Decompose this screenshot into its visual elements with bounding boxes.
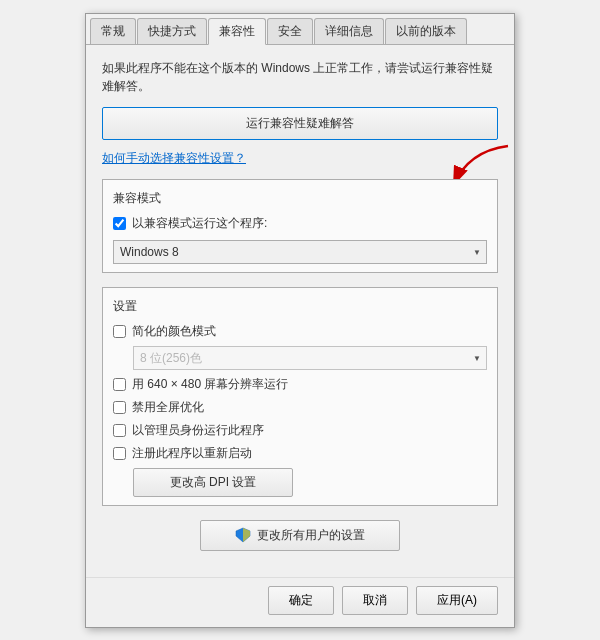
run-troubleshooter-button[interactable]: 运行兼容性疑难解答: [102, 107, 498, 140]
compat-mode-box: 兼容模式 以兼容模式运行这个程序: Windows 8 Windows 7 Wi…: [102, 179, 498, 273]
color-dropdown-wrapper: 8 位(256)色 16 位(高彩色): [133, 346, 487, 370]
tab-details[interactable]: 详细信息: [314, 18, 384, 44]
tab-bar: 常规 快捷方式 兼容性 安全 详细信息 以前的版本: [86, 14, 514, 45]
resolution-checkbox[interactable]: [113, 378, 126, 391]
dpi-settings-button[interactable]: 更改高 DPI 设置: [133, 468, 293, 497]
tab-security[interactable]: 安全: [267, 18, 313, 44]
tab-shortcut[interactable]: 快捷方式: [137, 18, 207, 44]
tab-previous-versions[interactable]: 以前的版本: [385, 18, 467, 44]
shield-icon: [235, 527, 251, 543]
restart-checkbox[interactable]: [113, 447, 126, 460]
svg-marker-2: [243, 528, 250, 542]
setting-row-restart: 注册此程序以重新启动: [113, 445, 487, 462]
color-dropdown-row: 8 位(256)色 16 位(高彩色): [133, 346, 487, 370]
dialog-footer: 确定 取消 应用(A): [86, 577, 514, 627]
setting-row-admin: 以管理员身份运行此程序: [113, 422, 487, 439]
tab-general[interactable]: 常规: [90, 18, 136, 44]
color-mode-checkbox[interactable]: [113, 325, 126, 338]
resolution-label: 用 640 × 480 屏幕分辨率运行: [132, 376, 288, 393]
compat-mode-label: 以兼容模式运行这个程序:: [132, 215, 267, 232]
tab-content: 如果此程序不能在这个版本的 Windows 上正常工作，请尝试运行兼容性疑难解答…: [86, 45, 514, 577]
fullscreen-checkbox[interactable]: [113, 401, 126, 414]
setting-row-color: 简化的颜色模式: [113, 323, 487, 340]
compat-mode-checkbox[interactable]: [113, 217, 126, 230]
compat-mode-dropdown[interactable]: Windows 8 Windows 7 Windows Vista (SP2) …: [113, 240, 487, 264]
admin-checkbox[interactable]: [113, 424, 126, 437]
setting-row-fullscreen: 禁用全屏优化: [113, 399, 487, 416]
compat-dropdown-wrapper: Windows 8 Windows 7 Windows Vista (SP2) …: [113, 240, 487, 264]
description-text: 如果此程序不能在这个版本的 Windows 上正常工作，请尝试运行兼容性疑难解答…: [102, 59, 498, 95]
color-mode-label: 简化的颜色模式: [132, 323, 216, 340]
restart-label: 注册此程序以重新启动: [132, 445, 252, 462]
tab-compatibility[interactable]: 兼容性: [208, 18, 266, 45]
setting-row-resolution: 用 640 × 480 屏幕分辨率运行: [113, 376, 487, 393]
cancel-button[interactable]: 取消: [342, 586, 408, 615]
apply-button[interactable]: 应用(A): [416, 586, 498, 615]
how-to-link[interactable]: 如何手动选择兼容性设置？: [102, 150, 246, 167]
dialog-window: 常规 快捷方式 兼容性 安全 详细信息 以前的版本 如果此程序不能在这个版本的 …: [85, 13, 515, 628]
all-users-label: 更改所有用户的设置: [257, 527, 365, 544]
ok-button[interactable]: 确定: [268, 586, 334, 615]
compat-checkbox-row: 以兼容模式运行这个程序:: [113, 215, 487, 232]
fullscreen-label: 禁用全屏优化: [132, 399, 204, 416]
color-depth-dropdown[interactable]: 8 位(256)色 16 位(高彩色): [133, 346, 487, 370]
compat-mode-title: 兼容模式: [113, 190, 487, 207]
settings-title: 设置: [113, 298, 487, 315]
all-users-button[interactable]: 更改所有用户的设置: [200, 520, 400, 551]
compat-mode-section: 兼容模式 以兼容模式运行这个程序: Windows 8 Windows 7 Wi…: [102, 179, 498, 273]
admin-label: 以管理员身份运行此程序: [132, 422, 264, 439]
settings-section: 设置 简化的颜色模式 8 位(256)色 16 位(高彩色) 用 640 × 4…: [102, 287, 498, 506]
